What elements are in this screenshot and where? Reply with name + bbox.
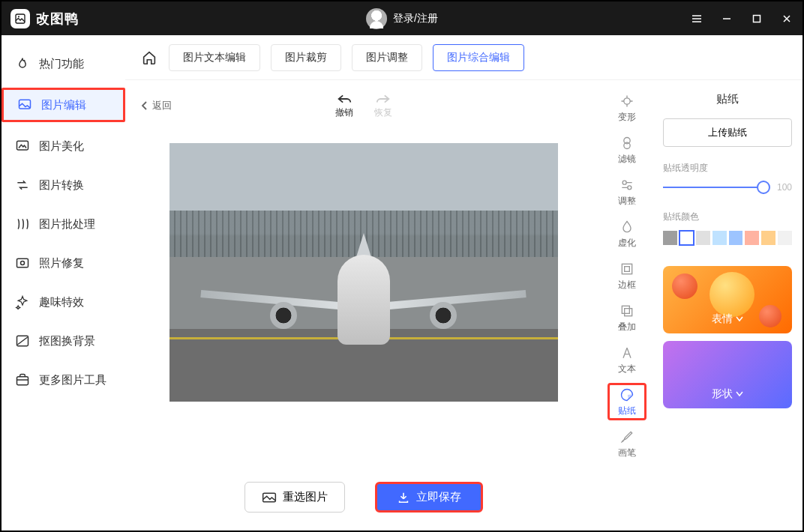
tool-border[interactable]: 边框	[608, 257, 646, 294]
panel-title: 贴纸	[663, 92, 792, 106]
tab-adjust[interactable]: 图片调整	[352, 44, 422, 71]
sticker-category-shape[interactable]: 形状	[663, 341, 792, 408]
top-tabs: 图片文本编辑 图片裁剪 图片调整 图片综合编辑	[125, 35, 802, 80]
reselect-button[interactable]: 重选图片	[244, 482, 345, 513]
upload-sticker-button[interactable]: 上传贴纸	[663, 118, 792, 147]
sidebar: 热门功能 图片编辑 图片美化 图片转换 图片批处理 照片修复 趣味特效 抠图换	[2, 35, 125, 531]
tool-transform[interactable]: 变形	[608, 89, 646, 127]
sidebar-item-label: 抠图换背景	[39, 334, 95, 348]
svg-rect-5	[17, 259, 28, 267]
batch-icon	[15, 217, 30, 232]
tool-sticker[interactable]: 贴纸	[608, 383, 646, 420]
sidebar-item-label: 图片转换	[39, 178, 84, 193]
svg-rect-8	[17, 377, 28, 385]
toolstrip: 变形 滤镜 调整 虚化 边框 叠加 文本 贴纸 画笔	[602, 80, 652, 531]
text-icon	[619, 345, 635, 361]
color-swatch[interactable]	[729, 231, 743, 245]
reselect-label: 重选图片	[283, 490, 328, 504]
menu-icon[interactable]	[690, 12, 704, 25]
minimize-icon[interactable]	[720, 12, 734, 25]
color-swatch[interactable]	[745, 231, 759, 245]
save-button[interactable]: 立即保存	[375, 482, 483, 513]
sidebar-item-cutout[interactable]: 抠图换背景	[2, 326, 125, 356]
sidebar-item-label: 图片批处理	[39, 217, 95, 232]
color-swatch[interactable]	[696, 231, 710, 245]
tool-brush[interactable]: 画笔	[608, 425, 646, 462]
svg-point-6	[21, 262, 25, 265]
color-swatches	[663, 231, 792, 245]
opacity-slider[interactable]	[663, 187, 764, 188]
sidebar-item-beautify[interactable]: 图片美化	[2, 131, 125, 161]
color-swatch[interactable]	[761, 231, 776, 245]
color-swatch[interactable]	[778, 231, 792, 245]
tool-text[interactable]: 文本	[608, 341, 646, 378]
sparkle-icon	[15, 294, 30, 309]
color-swatch[interactable]	[712, 231, 727, 245]
color-label: 贴纸颜色	[663, 211, 792, 223]
tab-crop[interactable]: 图片裁剪	[271, 44, 341, 71]
tab-text-edit[interactable]: 图片文本编辑	[169, 44, 260, 71]
sidebar-item-effects[interactable]: 趣味特效	[2, 287, 125, 317]
opacity-value: 100	[770, 182, 792, 193]
sticker-category-emoji[interactable]: 表情	[663, 266, 792, 333]
svg-rect-17	[625, 308, 632, 315]
sidebar-item-hot[interactable]: 热门功能	[2, 49, 125, 79]
opacity-label: 贴纸透明度	[663, 162, 792, 175]
sticker-icon	[619, 387, 635, 403]
adjust-icon	[619, 177, 635, 193]
save-label: 立即保存	[416, 490, 461, 504]
canvas-image[interactable]	[170, 143, 558, 402]
svg-point-1	[18, 16, 20, 17]
sidebar-item-label: 热门功能	[39, 57, 84, 71]
convert-icon	[15, 178, 30, 193]
maximize-icon[interactable]	[750, 12, 764, 25]
color-swatch[interactable]	[663, 231, 677, 245]
sticker-panel: 贴纸 上传贴纸 贴纸透明度 100 贴纸颜色	[652, 80, 802, 531]
redo-button[interactable]: 恢复	[374, 93, 392, 119]
tool-overlay[interactable]: 叠加	[608, 299, 646, 336]
close-icon[interactable]	[780, 12, 794, 25]
sidebar-item-label: 照片修复	[39, 256, 84, 270]
svg-rect-14	[622, 264, 632, 273]
toolbox-icon	[15, 372, 30, 387]
sidebar-item-batch[interactable]: 图片批处理	[2, 209, 125, 239]
svg-point-13	[628, 185, 632, 189]
svg-rect-15	[625, 266, 630, 271]
cutout-icon	[15, 333, 30, 348]
color-swatch[interactable]	[680, 231, 694, 245]
tool-adjust[interactable]: 调整	[608, 173, 646, 211]
border-icon	[619, 261, 635, 277]
sidebar-item-label: 趣味特效	[39, 295, 84, 309]
back-label: 返回	[152, 99, 172, 112]
home-button[interactable]	[140, 49, 158, 67]
svg-point-12	[622, 181, 626, 184]
tool-blur[interactable]: 虚化	[608, 215, 646, 253]
sidebar-item-label: 图片美化	[39, 139, 84, 154]
sidebar-item-repair[interactable]: 照片修复	[2, 248, 125, 278]
tool-filter[interactable]: 滤镜	[608, 131, 646, 169]
tab-composite[interactable]: 图片综合编辑	[433, 44, 524, 71]
login-button[interactable]: 登录/注册	[393, 12, 438, 25]
app-title: 改图鸭	[36, 10, 79, 28]
avatar[interactable]	[366, 8, 387, 29]
sidebar-item-label: 图片编辑	[41, 98, 86, 112]
filter-icon	[619, 135, 635, 151]
sidebar-item-edit[interactable]: 图片编辑	[2, 88, 125, 122]
back-button[interactable]: 返回	[140, 99, 172, 112]
overlay-icon	[619, 303, 635, 319]
undo-button[interactable]: 撤销	[335, 93, 353, 119]
svg-rect-16	[622, 306, 629, 313]
blur-icon	[619, 219, 635, 235]
sidebar-item-label: 更多图片工具	[39, 373, 106, 387]
repair-icon	[15, 256, 30, 270]
fire-icon	[15, 56, 30, 71]
sidebar-item-more[interactable]: 更多图片工具	[2, 365, 125, 395]
titlebar: 改图鸭 登录/注册	[2, 1, 802, 35]
image-edit-icon	[17, 97, 32, 112]
app-logo	[10, 9, 30, 28]
sidebar-item-convert[interactable]: 图片转换	[2, 170, 125, 200]
brush-icon	[619, 429, 635, 445]
redo-label: 恢复	[374, 106, 392, 119]
transform-icon	[619, 93, 635, 109]
undo-label: 撤销	[335, 106, 353, 119]
